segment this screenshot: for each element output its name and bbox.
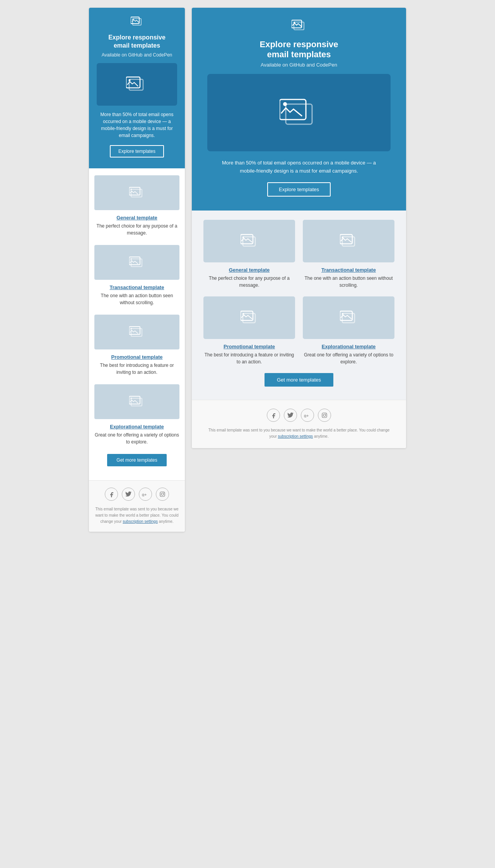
mobile-get-more-btn[interactable]: Get more templates: [107, 454, 166, 466]
desktop-hero-title: Explore responsive email templates: [207, 39, 391, 60]
svg-point-33: [341, 236, 343, 238]
svg-rect-1: [131, 17, 139, 24]
mobile-hero-text: More than 50% of total email opens occur…: [97, 111, 177, 139]
svg-point-20: [161, 493, 164, 495]
desktop-card-thumb-4: [303, 296, 394, 339]
mobile-card-4: Explorational template Great one for off…: [94, 384, 179, 445]
mobile-card-title-2[interactable]: Transactional template: [110, 284, 164, 290]
mobile-card-thumb-2: [94, 245, 179, 280]
svg-rect-41: [322, 413, 327, 418]
mobile-card-title-1[interactable]: General template: [116, 215, 157, 221]
mobile-preview: Explore responsive email templates Avail…: [89, 8, 185, 532]
svg-rect-22: [294, 22, 304, 30]
desktop-social-icons: g+: [207, 409, 391, 422]
mobile-card-desc-4: Great one for offering a variety of opti…: [94, 431, 179, 445]
desktop-cards-section: General template The perfect choice for …: [192, 211, 406, 400]
desktop-card-thumb-1: [203, 220, 295, 262]
desktop-card-1: General template The perfect choice for …: [203, 220, 295, 289]
svg-point-43: [326, 413, 326, 414]
mobile-cards-section: General template The perfect choice for …: [89, 168, 185, 480]
desktop-card-desc-2: The one with an action button seen witho…: [303, 275, 394, 289]
mobile-card-title-4[interactable]: Explorational template: [110, 424, 164, 430]
desktop-hero-icon: [207, 19, 391, 35]
mobile-hero-image: [97, 63, 177, 106]
mobile-explore-btn[interactable]: Explore templates: [110, 145, 164, 158]
desktop-hero-image: [207, 74, 391, 151]
svg-point-21: [164, 492, 164, 493]
desktop-hero-subtitle: Available on GitHub and CodePen: [207, 62, 391, 68]
mobile-twitter-icon[interactable]: [122, 488, 135, 501]
desktop-card-desc-3: The best for introducing a feature or in…: [203, 351, 295, 365]
svg-rect-23: [292, 20, 302, 28]
mobile-hero-title: Explore responsive email templates: [97, 34, 177, 50]
mobile-card-2: Transactional template The one with an a…: [94, 245, 179, 306]
desktop-card-desc-4: Great one for offering a variety of opti…: [303, 351, 394, 365]
desktop-card-thumb-2: [303, 220, 394, 262]
mobile-card-1: General template The perfect choice for …: [94, 175, 179, 236]
mobile-gplus-icon[interactable]: g+: [139, 488, 152, 501]
mobile-hero: Explore responsive email templates Avail…: [89, 8, 185, 168]
desktop-card-3: Promotional template The best for introd…: [203, 296, 295, 365]
mobile-footer-text: This email template was sent to you beca…: [94, 506, 179, 525]
svg-point-17: [130, 397, 132, 399]
mobile-hero-icon: [97, 16, 177, 30]
svg-point-39: [341, 313, 343, 314]
svg-point-36: [242, 313, 244, 314]
svg-point-42: [323, 414, 326, 416]
mobile-card-thumb-3: [94, 315, 179, 349]
desktop-card-title-2[interactable]: Transactional template: [321, 267, 376, 273]
desktop-hero-text: More than 50% of total email opens occur…: [207, 159, 391, 175]
desktop-instagram-icon[interactable]: [318, 409, 331, 422]
desktop-card-4: Explorational template Great one for off…: [303, 296, 394, 365]
svg-text:g+: g+: [142, 492, 147, 496]
svg-point-8: [130, 188, 132, 190]
desktop-card-2: Transactional template The one with an a…: [303, 220, 394, 289]
svg-point-27: [283, 102, 287, 106]
desktop-hero: Explore responsive email templates Avail…: [192, 8, 406, 211]
svg-point-24: [294, 22, 295, 23]
desktop-card-thumb-3: [203, 296, 295, 339]
mobile-social-icons: g+: [94, 488, 179, 501]
mobile-hero-subtitle: Available on GitHub and CodePen: [97, 52, 177, 58]
mobile-footer: g+ This email template was sent to you b…: [89, 480, 185, 532]
svg-text:g+: g+: [304, 413, 309, 418]
svg-point-14: [130, 328, 132, 329]
desktop-gplus-icon[interactable]: g+: [301, 409, 314, 422]
svg-point-11: [130, 258, 132, 260]
mobile-facebook-icon[interactable]: [105, 488, 118, 501]
mobile-card-3: Promotional template The best for introd…: [94, 315, 179, 376]
mobile-card-thumb-1: [94, 175, 179, 210]
desktop-explore-btn[interactable]: Explore templates: [267, 182, 331, 197]
desktop-get-more-btn[interactable]: Get more templates: [265, 373, 333, 387]
page-wrapper: Explore responsive email templates Avail…: [89, 8, 406, 860]
desktop-footer: g+ This email template was sent to you b…: [192, 400, 406, 448]
mobile-instagram-icon[interactable]: [156, 488, 169, 501]
svg-point-30: [242, 236, 244, 238]
desktop-twitter-icon[interactable]: [284, 409, 297, 422]
svg-rect-19: [160, 492, 165, 496]
desktop-facebook-icon[interactable]: [267, 409, 280, 422]
svg-point-5: [129, 79, 131, 81]
desktop-card-title-4[interactable]: Explorational template: [322, 344, 376, 349]
mobile-card-desc-1: The perfect choice for any purpose of a …: [94, 223, 179, 236]
mobile-card-desc-2: The one with an action button seen witho…: [94, 292, 179, 306]
desktop-preview: Explore responsive email templates Avail…: [192, 8, 406, 448]
mobile-card-desc-3: The best for introducing a feature or in…: [94, 362, 179, 376]
desktop-subscription-link[interactable]: subscription settings: [278, 434, 313, 438]
desktop-card-title-1[interactable]: General template: [229, 267, 270, 273]
desktop-cards-grid: General template The perfect choice for …: [203, 220, 394, 365]
desktop-card-desc-1: The perfect choice for any purpose of a …: [203, 275, 295, 289]
desktop-footer-text: This email template was sent to you beca…: [207, 427, 391, 440]
mobile-card-thumb-4: [94, 384, 179, 419]
svg-point-2: [133, 19, 134, 20]
mobile-subscription-link[interactable]: subscription settings: [123, 519, 158, 524]
desktop-card-title-3[interactable]: Promotional template: [224, 344, 275, 349]
mobile-card-title-3[interactable]: Promotional template: [111, 354, 163, 360]
